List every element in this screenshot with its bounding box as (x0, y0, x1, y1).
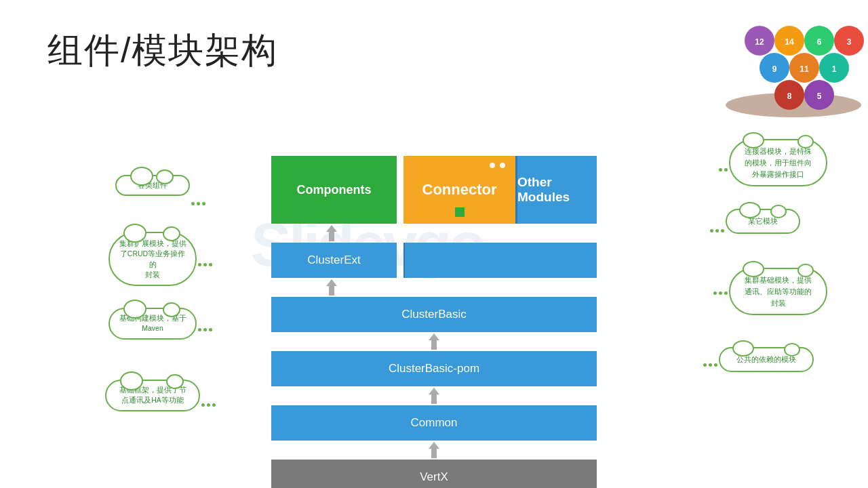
arrow-2 (271, 278, 597, 297)
cloud-left-2: 集群扩展模块，提供了CRUD等业务操作的封装 (108, 232, 197, 286)
svg-text:5: 5 (817, 92, 822, 101)
arrow-3 (271, 332, 597, 351)
svg-marker-22 (429, 388, 439, 404)
cloud-left-1: 各类组件 (115, 175, 190, 196)
connector-dots-r3 (713, 291, 728, 295)
arrow-4 (271, 386, 597, 405)
svg-text:6: 6 (817, 37, 822, 47)
cloud-left-4: 基础框架，提供了节点通讯及HA等功能 (105, 380, 200, 411)
svg-text:14: 14 (785, 37, 794, 47)
arrow-1 (271, 224, 597, 243)
diagram: Components Connector Other Modules Clust… (271, 156, 597, 488)
block-components: Components (271, 156, 397, 224)
svg-text:11: 11 (800, 64, 809, 74)
svg-marker-20 (326, 279, 337, 296)
connector-dots-1 (191, 202, 205, 205)
connector-dots-3 (198, 328, 212, 331)
connector-dots-4 (201, 403, 216, 407)
svg-marker-19 (326, 225, 337, 241)
layer-clusterbasic: ClusterBasic (271, 297, 597, 332)
layer-clusterext: ClusterExt (271, 243, 397, 278)
cloud-right-1: 连接器模块，是特殊的模块，用于组件向外暴露操作接口 (729, 139, 827, 186)
block-other-modules: Other Modules (515, 156, 597, 224)
connector-dots-r1 (719, 168, 728, 171)
connector-decoration-dots (490, 163, 505, 168)
green-square-dot (455, 207, 465, 217)
svg-text:3: 3 (847, 37, 852, 47)
svg-text:9: 9 (772, 64, 777, 74)
clusterext-row: ClusterExt (271, 243, 597, 278)
layer-pom: ClusterBasic-pom (271, 351, 597, 386)
svg-text:1: 1 (832, 64, 837, 74)
svg-text:8: 8 (787, 92, 792, 101)
cloud-left-3: 基础构建模块，基于Maven (108, 308, 197, 340)
svg-marker-21 (429, 333, 439, 350)
connector-dots-r2 (710, 229, 724, 232)
page-title: 组件/模块架构 (47, 27, 278, 75)
cloud-right-2: 某它模块 (726, 209, 800, 234)
billiard-decoration: 12 14 6 3 9 11 1 8 5 (719, 0, 868, 119)
block-connector: Connector (403, 156, 515, 224)
cloud-right-3: 集群基础模块，提供通讯、应助等功能的封装 (729, 268, 827, 315)
cloud-right-4: 公共的依赖的模块 (719, 347, 814, 372)
connector-dots-2 (198, 263, 212, 266)
top-row: Components Connector Other Modules (271, 156, 597, 224)
clusterext-right-fill (403, 243, 597, 278)
layer-vertx: VertX (271, 460, 597, 488)
connector-dots-r4 (703, 363, 717, 367)
svg-marker-23 (429, 442, 439, 458)
svg-text:12: 12 (755, 37, 764, 47)
layer-common: Common (271, 405, 597, 441)
arrow-5 (271, 441, 597, 460)
